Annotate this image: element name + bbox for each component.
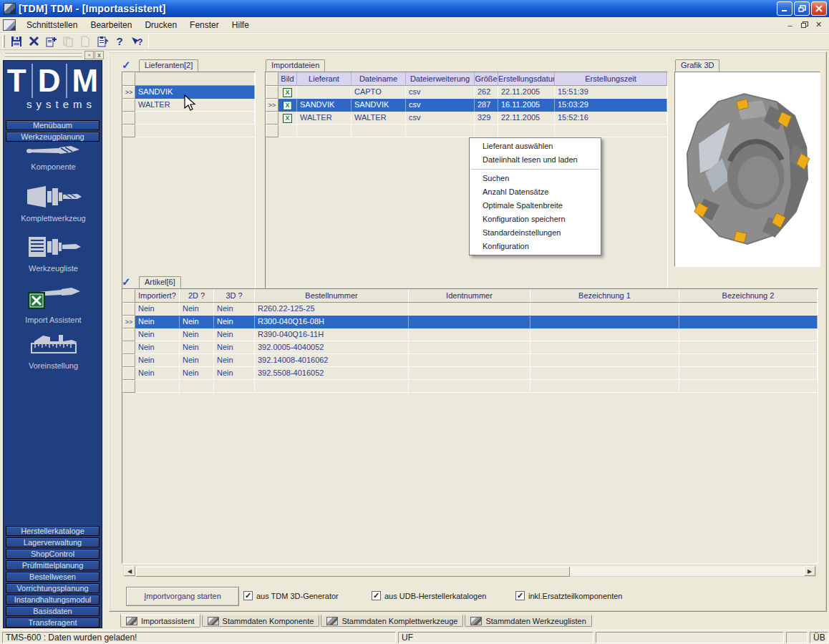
sidebar-button-werkzeugplanung[interactable]: Werkzeugplanung xyxy=(6,132,100,142)
menu-item-anzahl-datensaetze[interactable]: Anzahl Datensätze xyxy=(470,185,601,199)
cell-importiert[interactable]: Nein xyxy=(135,328,180,341)
cell-2d[interactable]: Nein xyxy=(180,367,214,380)
cell-importiert[interactable]: Nein xyxy=(135,341,180,354)
artikel-row[interactable]: Nein Nein Nein R260.22-125-25 xyxy=(122,303,818,316)
cell-erweiterung[interactable]: csv xyxy=(406,99,475,112)
cell-identnummer[interactable] xyxy=(409,341,530,354)
sidebar-item-import-assistent[interactable]: Import Assistent xyxy=(4,284,103,324)
cell-zeit[interactable]: 15:52:16 xyxy=(555,112,667,125)
row-selector[interactable] xyxy=(122,341,135,354)
cell-importiert[interactable]: Nein xyxy=(135,354,180,367)
sidebar-button-basisdaten[interactable]: Basisdaten xyxy=(6,606,100,616)
cell-bestellnummer[interactable]: 392.14008-4016062 xyxy=(255,354,409,367)
tab-importdateien[interactable]: Importdateien xyxy=(266,59,325,72)
paste-structure-icon[interactable] xyxy=(94,34,110,49)
cell-identnummer[interactable] xyxy=(409,303,530,316)
importdatei-row-selected[interactable]: >> X SANDVIK SANDVIK csv 287 16.11.2005 … xyxy=(266,99,667,112)
row-selector[interactable]: >> xyxy=(122,86,135,99)
cell-bezeichnung-1[interactable] xyxy=(530,354,679,367)
new-document-icon[interactable] xyxy=(77,34,93,49)
column-header-bezeichnung-1[interactable]: Bezeichnung 1 xyxy=(530,289,679,303)
cell-bezeichnung-2[interactable] xyxy=(679,328,818,341)
tab-stammdaten-komplettwerkzeuge[interactable]: Stammdaten Komplettwerkzeuge xyxy=(321,615,463,627)
column-header-bild[interactable]: Bild xyxy=(278,72,297,86)
cell-dateiname[interactable]: SANDVIK xyxy=(352,99,406,112)
cell-dateiname[interactable]: WALTER xyxy=(352,112,406,125)
cell-2d[interactable]: Nein xyxy=(180,303,214,316)
column-header-erstellungszeit[interactable]: Erstellungszeit xyxy=(555,72,667,86)
sidebar-button-bestellwesen[interactable]: Bestellwesen xyxy=(6,572,100,582)
sidebar-item-werkzeugliste[interactable]: Werkzeugliste xyxy=(4,234,103,273)
mdi-minimize-button[interactable]: – xyxy=(784,19,796,30)
importdatei-row[interactable]: X WALTER WALTER csv 329 22.11.2005 15:52… xyxy=(266,112,667,125)
cell-identnummer[interactable] xyxy=(409,367,530,380)
cell-lieferant[interactable]: SANDVIK xyxy=(297,99,352,112)
toolbar-grip[interactable] xyxy=(2,35,5,48)
column-header-groesse[interactable]: Größe xyxy=(475,72,498,86)
menu-item-dateiinhalt-lesen[interactable]: Dateiinhalt lesen und laden xyxy=(470,153,601,167)
column-header-3d[interactable]: 3D ? xyxy=(214,289,255,303)
column-header-dateiname[interactable]: Dateiname xyxy=(352,72,406,86)
cell-bestellnummer[interactable]: R390-040Q16-11H xyxy=(255,328,409,341)
column-header-bestellnummer[interactable]: Bestellnummer xyxy=(255,289,409,303)
checkbox-check-icon[interactable]: ✓ xyxy=(515,591,525,600)
save-icon[interactable] xyxy=(9,34,24,49)
importvorgang-starten-button[interactable]: Importvorgang starten xyxy=(126,587,239,606)
cell-identnummer[interactable] xyxy=(409,316,530,328)
tab-lieferanten[interactable]: Lieferanten[2] xyxy=(139,59,198,72)
artikel-row[interactable]: Nein Nein Nein 392.0005-4040052 xyxy=(122,341,818,354)
sidebar-button-herstellerkataloge[interactable]: Herstellerkataloge xyxy=(6,526,100,536)
cell-groesse[interactable]: 262 xyxy=(475,86,498,99)
sidebar-button-transferagent[interactable]: Transferagent xyxy=(6,618,100,628)
column-header-lieferant[interactable]: Lieferant xyxy=(297,72,352,86)
sidebar-button-shopcontrol[interactable]: ShopControl xyxy=(6,549,100,559)
cell-3d[interactable]: Nein xyxy=(214,316,255,328)
cell-bezeichnung-2[interactable] xyxy=(679,341,818,354)
row-selector[interactable] xyxy=(122,303,135,316)
cell-importiert[interactable]: Nein xyxy=(135,367,180,380)
cell-datum[interactable]: 16.11.2005 xyxy=(498,99,555,112)
sidebar-item-voreinstellung[interactable]: Voreinstellung xyxy=(4,331,103,370)
column-header-2d[interactable]: 2D ? xyxy=(180,289,214,303)
row-selector[interactable] xyxy=(266,112,278,125)
document-window-icon[interactable] xyxy=(3,19,16,31)
horizontal-scrollbar[interactable]: ◀ ▶ xyxy=(123,565,816,577)
row-selector[interactable] xyxy=(122,99,135,112)
cell-3d[interactable]: Nein xyxy=(214,354,255,367)
cell-groesse[interactable]: 329 xyxy=(475,112,498,125)
artikel-row-selected[interactable]: >> Nein Nein Nein R300-040Q16-08H xyxy=(122,316,818,328)
cell-bezeichnung-2[interactable] xyxy=(679,354,818,367)
column-header-blank[interactable] xyxy=(135,72,255,86)
cell-zeit[interactable]: 15:51:39 xyxy=(555,86,667,99)
sidebar-button-lagerverwaltung[interactable]: Lagerverwaltung xyxy=(6,537,100,547)
sidebar-item-komponente[interactable]: Komponente xyxy=(4,144,103,171)
grafik-3d-viewport[interactable] xyxy=(674,72,820,267)
cell-erweiterung[interactable]: csv xyxy=(406,112,475,125)
checkbox-ersatzteilkomponenten[interactable]: ✓ inkl.Ersatzteilkomponenten xyxy=(515,591,622,600)
cell-3d[interactable]: Nein xyxy=(214,303,255,316)
cell-bezeichnung-2[interactable] xyxy=(679,316,818,328)
cell-lieferant[interactable]: WALTER xyxy=(297,112,352,125)
column-header-bezeichnung-2[interactable]: Bezeichnung 2 xyxy=(679,289,818,303)
sidebar-item-komplettwerkzeug[interactable]: Komplettwerkzeug xyxy=(4,185,103,223)
dock-restore-icon[interactable]: ▫ xyxy=(84,51,94,59)
cell-bezeichnung-1[interactable] xyxy=(530,367,679,380)
mdi-close-button[interactable]: ✕ xyxy=(813,19,825,30)
importdatei-row[interactable]: X CAPTO csv 262 22.11.2005 15:51:39 xyxy=(266,86,667,99)
menu-item-lieferant-auswaehlen[interactable]: Lieferant auswählen xyxy=(470,140,601,153)
menu-item-konfiguration[interactable]: Konfiguration xyxy=(470,240,601,253)
artikel-row[interactable]: Nein Nein Nein R390-040Q16-11H xyxy=(122,328,818,341)
cell-bezeichnung-1[interactable] xyxy=(530,316,679,328)
cell-erweiterung[interactable]: csv xyxy=(406,86,475,99)
cell-bestellnummer[interactable]: R260.22-125-25 xyxy=(255,303,409,316)
tab-importassistent[interactable]: Importassistent xyxy=(120,614,200,628)
column-header-identnummer[interactable]: Identnummer xyxy=(409,289,530,303)
menu-item-suchen[interactable]: Suchen xyxy=(470,172,601,185)
row-selector[interactable] xyxy=(266,86,278,99)
restore-button[interactable] xyxy=(794,1,810,16)
tab-stammdaten-werkzeuglisten[interactable]: Stammdaten Werkzeuglisten xyxy=(465,615,591,627)
cell-2d[interactable]: Nein xyxy=(180,316,214,328)
row-selector[interactable]: >> xyxy=(266,99,278,112)
row-selector[interactable] xyxy=(122,354,135,367)
help-icon[interactable]: ? xyxy=(112,34,127,49)
